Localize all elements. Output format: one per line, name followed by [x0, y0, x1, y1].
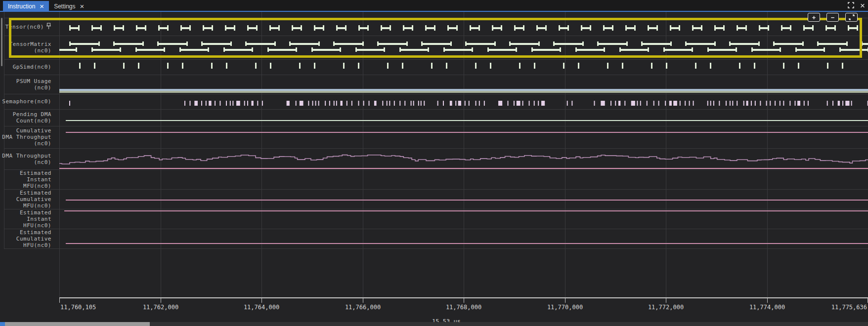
axis-tick-label: 11,762,000 [143, 304, 178, 311]
row-label-estimated-instant-mfu[interactable]: EstimatedInstantMFU(nc0) [4, 169, 59, 189]
reset-zoom-icon [849, 14, 855, 20]
row-label-text: Estimated [20, 229, 51, 236]
row-label-line: Instant [27, 216, 51, 222]
axis-tick [464, 298, 464, 303]
row-label-estimated-cumulative-hfu[interactable]: EstimatedCumulativeHFU(nc0) [4, 229, 59, 248]
row-label-text: TensorMatrix [9, 41, 51, 47]
axis-tick-label: 11,764,000 [244, 304, 279, 311]
row-label-estimated-cumulative-mfu[interactable]: EstimatedCumulativeMFU(nc0) [4, 189, 59, 209]
row-label-line: TensorMatrix [9, 41, 51, 47]
row-label-text: (nc0) [34, 47, 51, 54]
row-label-text: Estimated [20, 170, 51, 176]
row-label-text: GpSimd(nc0) [13, 64, 51, 70]
zoom-out-button[interactable]: − [826, 13, 839, 22]
profiler-window: Instruction × Settings × × Tensor(nc0)Te… [0, 0, 868, 326]
tab-instruction-label: Instruction [8, 3, 35, 10]
row-label-line: GpSimd(nc0) [13, 64, 51, 70]
row-label-estimated-instant-hfu[interactable]: EstimatedInstantHFU(nc0) [4, 209, 59, 229]
row-label-text: Semaphore(nc0) [2, 98, 51, 105]
row-label-line: (nc0) [34, 47, 51, 54]
tab-settings[interactable]: Settings × [49, 1, 89, 12]
axis-tick-label: 11,768,000 [446, 304, 481, 311]
row-label-gpsimd[interactable]: GpSimd(nc0) [4, 59, 59, 75]
timeline-panel: Tensor(nc0)TensorMatrix(nc0)GpSimd(nc0)P… [0, 12, 868, 326]
row-label-psum-usage[interactable]: PSUM Usage(nc0) [4, 75, 59, 94]
row-label-line: HFU(nc0) [23, 242, 51, 248]
row-label-line: Pending DMA [13, 111, 51, 118]
v-scrollbar-thumb[interactable] [1, 18, 2, 66]
row-label-text: MFU(nc0) [23, 183, 51, 189]
axis-tick [565, 298, 565, 303]
axis-tick-label: 11,766,000 [345, 304, 381, 311]
zoom-in-button[interactable]: + [808, 13, 820, 22]
row-label-text: DMA Throughput [2, 134, 51, 140]
row-label-pending-dma-count[interactable]: Pending DMACount(nc0) [4, 109, 59, 126]
row-label-text: Estimated [20, 209, 51, 216]
row-label-line: Cumulative [16, 236, 51, 242]
row-label-line: Cumulative [16, 127, 51, 134]
row-label-cumulative-dma-throughput[interactable]: CumulativeDMA Throughput(nc0) [4, 126, 59, 148]
row-label-line: (nc0) [34, 159, 51, 165]
row-label-line: Semaphore(nc0) [2, 98, 51, 105]
row-label-line: (nc0) [34, 140, 51, 147]
row-label-text: (nc0) [34, 84, 51, 91]
row-label-tensor-matrix[interactable]: TensorMatrix(nc0) [4, 36, 59, 59]
tabbar-accent-line [0, 11, 868, 12]
axis-tick [363, 298, 363, 303]
axis-tick-label: 11,770,000 [547, 304, 583, 311]
axis-tick-label: 11,775,636 [831, 304, 867, 311]
row-label-text: Estimated [20, 190, 51, 196]
row-label-text: MFU(nc0) [23, 203, 51, 209]
window-expand-icon[interactable] [848, 1, 854, 10]
zoom-reset-button[interactable] [845, 13, 858, 22]
axis-tick [161, 298, 161, 303]
row-label-line: (nc0) [34, 84, 51, 91]
axis-tick [767, 298, 768, 303]
row-label-line: Cumulative [16, 196, 51, 203]
tab-close-icon[interactable]: × [80, 4, 84, 9]
row-label-line: Estimated [20, 229, 51, 236]
axis-tick [59, 298, 60, 303]
window-close-icon[interactable]: × [860, 2, 865, 9]
row-label-text: (nc0) [34, 159, 51, 165]
row-label-line: Count(nc0) [16, 118, 51, 124]
h-scrollbar-track[interactable] [0, 322, 868, 326]
tab-settings-label: Settings [54, 3, 75, 10]
row-label-line: Instant [27, 176, 51, 183]
row-label-semaphore[interactable]: Semaphore(nc0) [4, 94, 59, 109]
scroll-corner [0, 322, 5, 326]
row-label-text: DMA Throughput [2, 153, 51, 159]
row-label-text: Tensor(nc0) [5, 23, 51, 31]
row-label-text: (nc0) [34, 140, 51, 147]
row-label-line: MFU(nc0) [23, 183, 51, 189]
tab-instruction[interactable]: Instruction × [3, 1, 49, 12]
row-label-line: Estimated [20, 209, 51, 216]
zoom-toolbar: + − [808, 13, 858, 22]
row-label-line: Tensor(nc0) [5, 24, 44, 30]
axis-tick [261, 298, 262, 303]
row-label-text: HFU(nc0) [23, 242, 51, 248]
row-label-line: Estimated [20, 190, 51, 196]
row-label-text: Cumulative [16, 196, 51, 203]
row-label-tensor[interactable]: Tensor(nc0) [4, 18, 59, 36]
tab-bar: Instruction × Settings × × [0, 0, 868, 12]
row-label-text: Instant [27, 216, 51, 222]
row-label-line: Estimated [20, 170, 51, 176]
row-label-line: MFU(nc0) [23, 203, 51, 209]
row-label-line: DMA Throughput [2, 153, 51, 159]
tab-close-icon[interactable]: × [40, 4, 44, 9]
axis-tick-label: 11,760,105 [60, 304, 96, 311]
row-label-text: HFU(nc0) [23, 222, 51, 229]
axis-tick [666, 298, 666, 303]
row-label-text: Cumulative [16, 236, 51, 242]
row-label-dma-throughput[interactable]: DMA Throughput(nc0) [4, 148, 59, 169]
pin-icon[interactable] [46, 23, 51, 31]
row-label-line: HFU(nc0) [23, 222, 51, 229]
row-label-line: DMA Throughput [2, 134, 51, 140]
row-label-text: Cumulative [16, 127, 51, 134]
row-label-text: Count(nc0) [16, 118, 51, 124]
axis-tick-label: 11,772,000 [648, 304, 684, 311]
timeline-canvas[interactable] [59, 12, 868, 259]
row-label-text: PSUM Usage [16, 78, 51, 84]
h-scrollbar-thumb[interactable] [5, 322, 150, 326]
